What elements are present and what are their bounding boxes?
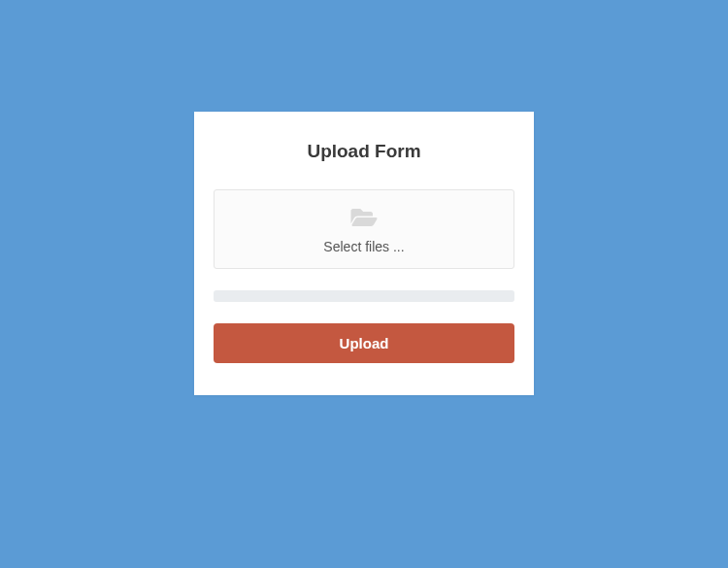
progress-bar [214, 290, 514, 302]
form-title: Upload Form [214, 141, 514, 162]
upload-form-card: Upload Form Select files ... Upload [194, 112, 534, 395]
file-select-area[interactable]: Select files ... [214, 189, 514, 269]
upload-button[interactable]: Upload [214, 323, 514, 363]
file-select-label: Select files ... [215, 239, 513, 254]
folder-open-icon [215, 206, 513, 233]
